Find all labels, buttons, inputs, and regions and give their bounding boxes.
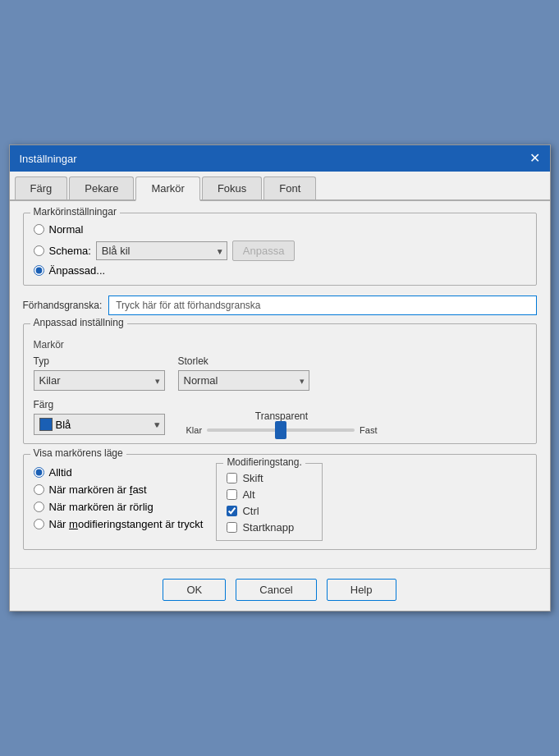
radio-nar-mod[interactable] — [34, 519, 44, 529]
klar-label: Klar — [186, 425, 203, 435]
radio-schema-label[interactable]: Schema: — [49, 245, 91, 257]
radio-alltid-row: Alltid — [34, 466, 204, 479]
radio-alltid-label[interactable]: Alltid — [49, 466, 72, 479]
typ-select-wrapper: Kilar — [34, 370, 165, 391]
radio-row-anpassad: Änpassad... — [34, 264, 526, 277]
storlek-label: Storlek — [178, 355, 309, 367]
markor-radio-group: Normal Schema: Blå kil ▾ Anpassa Änpas — [34, 223, 526, 277]
farg-select-wrapper: Blå ▾ — [34, 414, 165, 435]
content-area: Markörins​tällningar Normal Schema: Blå … — [10, 201, 550, 568]
preview-row: Förhandsgranska: Tryck här för att förha… — [23, 296, 537, 315]
custom-section-title: Anpassad inställning — [30, 317, 127, 328]
footer: OK Cancel Help — [10, 568, 550, 611]
tab-pekare[interactable]: Pekare — [69, 176, 134, 199]
check-alt-row: Alt — [227, 488, 312, 501]
color-swatch — [39, 418, 53, 431]
radio-nar-mod-row: När modifieringstangent är tryckt — [34, 518, 204, 530]
help-button[interactable]: Help — [327, 579, 396, 601]
radio-schema[interactable] — [34, 245, 44, 256]
farg-value: Blå — [56, 419, 71, 431]
close-button[interactable]: ✕ — [529, 152, 540, 165]
tab-markor[interactable]: Markör — [135, 176, 199, 201]
slider-row: Klar Fast — [186, 425, 378, 435]
anpassa-button[interactable]: Anpassa — [232, 241, 296, 261]
radio-nar-fast-label[interactable]: När markören är fast — [49, 483, 147, 496]
visa-section-title: Visa markörens läge — [30, 447, 126, 459]
cursor-label: Markör — [34, 339, 526, 351]
check-ctrl[interactable] — [227, 506, 237, 516]
preview-box[interactable]: Tryck här för att förhandsgranska — [108, 296, 536, 315]
farg-transparent-row: Färg Blå ▾ Transparent Klar — [34, 399, 526, 435]
transparency-section: Transparent Klar Fast — [186, 410, 378, 435]
radio-anpassad[interactable] — [34, 265, 44, 276]
farg-label: Färg — [34, 399, 165, 410]
check-skift-row: Skift — [227, 472, 312, 484]
storlek-col: Storlek Normal — [178, 355, 309, 391]
tab-fokus[interactable]: Fokus — [202, 176, 262, 199]
radio-normal-label[interactable]: Normal — [49, 223, 84, 236]
transparent-label: Transparent — [186, 410, 378, 422]
tab-bar: Färg Pekare Markör Fokus Font — [10, 172, 550, 201]
check-start[interactable] — [227, 522, 237, 533]
schema-select[interactable]: Blå kil — [96, 241, 227, 260]
visa-section: Visa markörens läge Alltid När markören … — [23, 454, 537, 550]
cursor-settings: Markör Typ Kilar Storlek — [34, 339, 526, 435]
radio-nar-rorlig-label[interactable]: När markören är rörlig — [49, 501, 153, 513]
typ-storlek-row: Typ Kilar Storlek Normal — [34, 355, 526, 391]
fast-label: Fast — [360, 425, 377, 435]
check-skift-label[interactable]: Skift — [242, 472, 263, 484]
check-alt-label[interactable]: Alt — [242, 488, 254, 501]
radio-alltid[interactable] — [34, 467, 44, 478]
check-start-label[interactable]: Startknapp — [242, 521, 294, 534]
tab-farg[interactable]: Färg — [15, 176, 68, 199]
main-window: Inställningar ✕ Färg Pekare Markör Fokus… — [9, 144, 551, 612]
transparency-slider[interactable] — [207, 428, 355, 432]
modifier-title: Modifieringstang. — [223, 456, 305, 468]
check-ctrl-row: Ctrl — [227, 505, 312, 517]
radio-normal[interactable] — [34, 224, 44, 235]
radio-nar-fast[interactable] — [34, 484, 44, 495]
tab-font[interactable]: Font — [263, 176, 316, 199]
storlek-select-wrapper: Normal — [178, 370, 309, 391]
custom-section: Anpassad inställning Markör Typ Kilar — [23, 323, 537, 444]
radio-nar-rorlig[interactable] — [34, 502, 44, 512]
title-bar: Inställningar ✕ — [10, 145, 550, 172]
typ-col: Typ Kilar — [34, 355, 165, 391]
markor-group: Markörins​tällningar Normal Schema: Blå … — [23, 213, 537, 286]
ok-button[interactable]: OK — [163, 579, 226, 601]
radio-nar-rorlig-row: När markören är rörlig — [34, 501, 204, 513]
checkbox-list: Skift Alt Ctrl Startknapp — [227, 472, 312, 534]
schema-select-wrapper: Blå kil ▾ — [96, 241, 227, 260]
typ-select[interactable]: Kilar — [34, 370, 165, 391]
markor-group-title: Markörins​tällningar — [30, 206, 120, 218]
visa-radio-list: Alltid När markören är fast När markören… — [34, 466, 204, 541]
check-alt[interactable] — [227, 489, 237, 500]
check-start-row: Startknapp — [227, 521, 312, 534]
farg-select-display[interactable]: Blå ▾ — [34, 414, 165, 435]
radio-nar-mod-label[interactable]: När modifieringstangent är tryckt — [49, 518, 204, 530]
radio-row-normal: Normal — [34, 223, 526, 236]
preview-label: Förhandsgranska: — [23, 300, 103, 311]
window-title: Inställningar — [20, 153, 77, 165]
cancel-button[interactable]: Cancel — [236, 579, 316, 601]
preview-text: Tryck här för att förhandsgranska — [116, 300, 260, 311]
storlek-select[interactable]: Normal — [178, 370, 309, 391]
modifier-box: Modifieringstang. Skift Alt Ctrl — [216, 463, 323, 541]
farg-col: Färg Blå ▾ — [34, 399, 165, 435]
typ-label: Typ — [34, 355, 165, 367]
radio-row-schema: Schema: Blå kil ▾ Anpassa — [34, 241, 526, 261]
check-skift[interactable] — [227, 473, 237, 483]
farg-dropdown-arrow: ▾ — [154, 419, 159, 430]
radio-anpassad-label[interactable]: Änpassad... — [49, 264, 106, 277]
check-ctrl-label[interactable]: Ctrl — [242, 505, 259, 517]
radio-nar-fast-row: När markören är fast — [34, 483, 204, 496]
